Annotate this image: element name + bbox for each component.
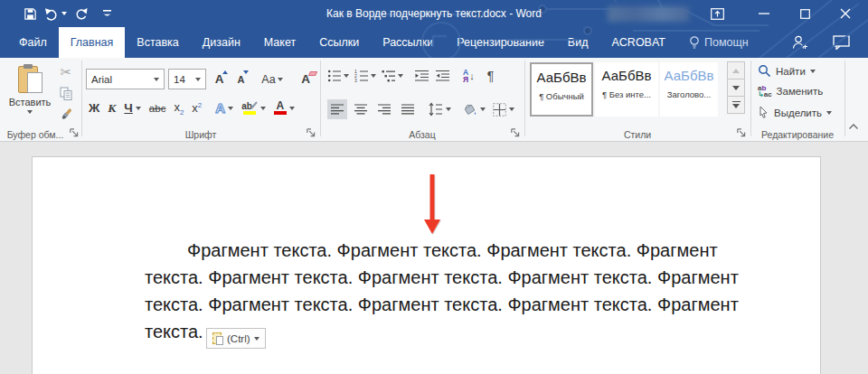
font-group-label: Шрифт [81, 129, 320, 140]
paste-options-button[interactable]: (Ctrl) [206, 328, 266, 349]
decrease-indent-button[interactable] [414, 69, 429, 83]
text-effects-button[interactable]: А [215, 100, 233, 116]
tab-review[interactable]: Рецензирование [445, 27, 556, 58]
bullet-list-caret[interactable] [344, 74, 349, 78]
clipboard-dialog-launcher[interactable] [69, 127, 80, 138]
undo-icon [44, 7, 60, 21]
paste-button[interactable]: Вставить [5, 61, 54, 129]
style-heading[interactable]: АаБбВв Заголово... [660, 62, 718, 117]
undo-dropdown-caret[interactable] [61, 12, 67, 15]
highlight-color-button[interactable]: ab [241, 101, 266, 115]
styles-dialog-launcher[interactable] [736, 127, 747, 138]
lightbulb-icon [689, 35, 700, 50]
tab-mailings[interactable]: Рассылки [371, 27, 445, 58]
superscript-button[interactable]: x2 [192, 101, 202, 115]
font-dialog-launcher[interactable] [306, 127, 316, 138]
numbered-list-icon: 123 [354, 69, 369, 83]
strikethrough-button[interactable]: abc [149, 103, 166, 114]
italic-button[interactable]: К [108, 101, 116, 116]
multilevel-list-button[interactable] [382, 69, 403, 83]
tab-references[interactable]: Ссылки [307, 27, 371, 58]
maximize-button[interactable] [792, 0, 817, 27]
font-name-value: Arial [91, 74, 112, 85]
comments-button[interactable] [833, 35, 850, 50]
font-size-combobox[interactable]: 14 [168, 69, 206, 89]
font-size-caret [195, 78, 201, 81]
shading-button[interactable] [462, 102, 486, 117]
scissors-icon: ✂ [61, 64, 72, 80]
font-name-combobox[interactable]: Arial [86, 69, 165, 89]
underline-caret[interactable] [136, 107, 141, 110]
styles-gallery-scrollbar [727, 62, 745, 114]
save-button[interactable] [20, 0, 40, 27]
paste-options-caret[interactable] [254, 337, 259, 341]
borders-button[interactable] [493, 103, 514, 117]
line-spacing-caret[interactable] [446, 108, 451, 111]
ribbon-display-options-button[interactable] [704, 0, 730, 27]
grow-font-button[interactable]: А [210, 70, 229, 89]
bold-button[interactable]: Ж [89, 101, 99, 115]
line-spacing-button[interactable] [429, 102, 451, 117]
borders-caret[interactable] [509, 108, 514, 111]
font-size-value: 14 [174, 74, 185, 85]
paragraph-dialog-launcher[interactable] [510, 127, 521, 138]
increase-indent-button[interactable] [435, 69, 450, 83]
underline-button[interactable]: Ч [124, 101, 141, 115]
justify-button[interactable] [398, 99, 418, 119]
styles-scroll-down-button[interactable] [727, 79, 745, 97]
text-effects-caret[interactable] [228, 107, 233, 110]
close-button[interactable] [833, 0, 858, 27]
redo-button[interactable] [71, 0, 90, 27]
select-button[interactable]: Выделить [758, 106, 832, 119]
collapse-ribbon-button[interactable] [848, 123, 863, 136]
shading-caret[interactable] [480, 108, 486, 111]
tab-insert[interactable]: Вставка [125, 27, 190, 58]
tab-home[interactable]: Главная [59, 27, 126, 58]
bullet-list-button[interactable] [327, 69, 349, 83]
tab-file[interactable]: Файл [7, 27, 59, 58]
sort-button[interactable]: А Я ↓ [463, 69, 475, 83]
group-clipboard: Вставить ✂ Буфер обм... [0, 58, 81, 141]
replace-button[interactable]: ab ↳ac Заменить [758, 85, 823, 98]
multilevel-list-icon [382, 69, 396, 83]
styles-more-button[interactable] [727, 96, 745, 114]
style-no-spacing[interactable]: АаБбВв ¶ Без инте... [595, 62, 658, 117]
tab-view[interactable]: Вид [556, 27, 600, 58]
change-case-button[interactable]: Aa [259, 70, 286, 89]
multilevel-list-caret[interactable] [398, 74, 403, 78]
minimize-button[interactable] [751, 0, 777, 27]
document-page[interactable]: Фрагмент текста. Фрагмент текста. Фрагме… [32, 156, 821, 374]
tab-tell-me[interactable]: Помощн [677, 27, 760, 58]
share-button[interactable] [791, 34, 809, 51]
cut-button[interactable]: ✂ [56, 63, 76, 81]
shrink-font-button[interactable]: А [232, 70, 250, 89]
numbered-list-caret[interactable] [371, 74, 376, 78]
undo-button[interactable] [43, 0, 67, 27]
find-caret[interactable] [810, 70, 816, 73]
find-button[interactable]: Найти [758, 64, 816, 78]
text-effects-icon: А [215, 100, 225, 116]
subscript-button[interactable]: x2 [174, 100, 184, 117]
align-center-button[interactable] [351, 99, 371, 119]
paste-label: Вставить [9, 97, 52, 108]
font-color-button[interactable]: А [274, 101, 295, 115]
align-left-button[interactable] [327, 99, 347, 119]
align-right-button[interactable] [374, 99, 394, 119]
borders-icon [493, 103, 506, 117]
style-normal[interactable]: АаБбВв ¶ Обычный [530, 62, 593, 117]
font-color-caret[interactable] [289, 107, 295, 110]
copy-button[interactable] [56, 85, 76, 103]
tab-layout[interactable]: Макет [252, 27, 307, 58]
show-paragraph-marks-button[interactable]: ¶ [487, 69, 495, 83]
select-caret[interactable] [826, 111, 832, 115]
tab-design[interactable]: Дизайн [191, 27, 252, 58]
styles-scroll-up-button[interactable] [727, 61, 745, 79]
qat-customize-icon [103, 9, 111, 18]
highlight-caret[interactable] [260, 107, 266, 110]
tab-acrobat[interactable]: ACROBAT [599, 27, 677, 58]
numbered-list-button[interactable]: 123 [354, 69, 376, 83]
qat-customize-button[interactable] [98, 0, 116, 27]
copy-icon [60, 87, 73, 101]
clear-formatting-button[interactable]: А [295, 70, 316, 89]
format-painter-button[interactable] [56, 106, 76, 124]
